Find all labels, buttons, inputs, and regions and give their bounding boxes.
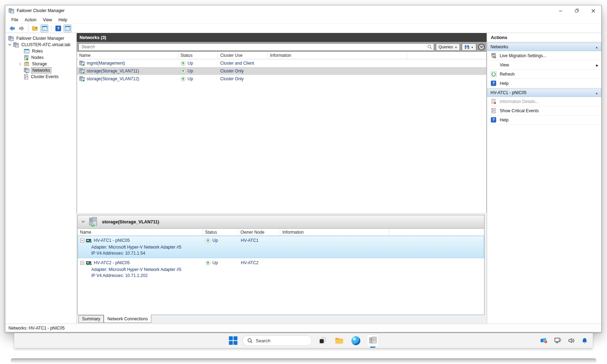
save-query-split-button[interactable] (462, 43, 476, 51)
tree-cluster-node[interactable]: CLUSTER-ATC.virtual.lab (5, 42, 76, 48)
sidebar-item-label: Nodes (30, 55, 45, 60)
nodes-icon (24, 55, 29, 60)
show-hide-action-pane-button[interactable] (64, 25, 71, 32)
file-explorer-button[interactable] (333, 335, 345, 347)
action-label: Help (500, 81, 598, 86)
edge-button[interactable] (350, 335, 362, 347)
collapse-detail-button[interactable] (81, 221, 85, 223)
help-button[interactable] (54, 25, 62, 32)
task-view-button[interactable] (316, 335, 329, 347)
taskbar-center: Search (228, 333, 379, 348)
start-button[interactable] (228, 336, 238, 345)
column-header-information[interactable]: Information (268, 52, 407, 59)
search-icon[interactable] (427, 44, 432, 49)
forward-button[interactable] (17, 25, 25, 32)
minimize-button[interactable] (552, 5, 569, 16)
action-help-networks[interactable]: Help (487, 79, 601, 88)
show-hide-console-tree-button[interactable] (40, 25, 48, 32)
menu-action[interactable]: Action (21, 17, 39, 23)
status-up-icon (205, 238, 211, 243)
tray-volume-icon[interactable] (568, 337, 575, 344)
nic-icon (86, 238, 92, 243)
column-header-owner-node[interactable]: Owner Node (238, 229, 280, 235)
connection-row-hv-atc1[interactable]: HV-ATC1 - pNIC05 Up HV-ATC1 Adapter: Mic… (78, 236, 484, 258)
cluster-events-icon (24, 74, 28, 80)
network-row-storage-vlan711[interactable]: storage(Storage_VLAN711) Up Cluster Only (77, 67, 486, 75)
window-controls (552, 5, 601, 16)
help-icon (55, 26, 61, 31)
detail-pane: storage(Storage_VLAN711) Name Status Own… (77, 215, 484, 315)
connection-name: HV-ATC1 - pNIC05 (94, 238, 130, 243)
tree-root[interactable]: Failover Cluster Manager (5, 35, 76, 42)
sidebar-item-label: Storage (31, 61, 48, 67)
tray-cluster-status-icon[interactable] (540, 337, 548, 344)
action-pane-icon (65, 26, 70, 31)
action-help-connection[interactable]: Help (487, 115, 601, 125)
tray-ethernet-icon[interactable] (554, 337, 562, 344)
network-row-mgmt[interactable]: mgmt(Management) Up Cluster and Client (77, 59, 486, 67)
actions-title: Actions (487, 33, 601, 42)
queries-dropdown[interactable]: Queries (436, 43, 460, 51)
app-icon (9, 8, 14, 13)
actions-section-networks[interactable]: Networks (487, 43, 601, 51)
actions-section-hv-atc1-pnic05[interactable]: HV-ATC1 - pNIC05 (487, 88, 601, 97)
results-pane-title: Networks (3) (80, 35, 106, 40)
taskbar-search[interactable]: Search (242, 335, 312, 346)
close-button[interactable] (585, 5, 601, 16)
menu-view[interactable]: View (40, 17, 55, 23)
column-header-status[interactable]: Status (178, 52, 218, 59)
sidebar-item-roles[interactable]: Roles (5, 48, 76, 54)
folder-up-icon (32, 26, 38, 31)
column-header-name[interactable]: Name (77, 52, 178, 59)
chevron-collapsed-icon[interactable] (18, 63, 22, 66)
failover-cluster-manager-button[interactable] (367, 335, 379, 347)
action-view[interactable]: View (487, 60, 601, 70)
menu-bar: File Action View Help (5, 16, 601, 23)
action-refresh[interactable]: Refresh (487, 70, 601, 79)
task-view-icon (319, 337, 326, 344)
action-information-details[interactable]: Information Details... (487, 97, 601, 106)
critical-events-icon (491, 108, 497, 114)
sidebar-item-cluster-events[interactable]: Cluster Events (5, 74, 76, 80)
expand-collapse-button[interactable] (478, 44, 485, 50)
title-bar[interactable]: Failover Cluster Manager (5, 5, 601, 16)
chevron-expanded-icon[interactable] (7, 44, 12, 46)
networks-icon (24, 67, 29, 73)
status-text: Up (188, 76, 193, 81)
action-label: Information Details... (500, 99, 598, 104)
status-text: Up (212, 260, 218, 265)
collapse-row-icon[interactable] (80, 239, 84, 243)
taskbar: Search (14, 333, 593, 348)
detail-header: storage(Storage_VLAN711) (78, 215, 484, 229)
nic-icon (86, 260, 92, 266)
notifications-bell-icon[interactable] (581, 337, 588, 344)
back-button[interactable] (8, 25, 16, 32)
collapse-section-icon[interactable] (595, 90, 598, 95)
detail-tab-bar: Summary Network Connections (77, 315, 484, 324)
column-header-status[interactable]: Status (203, 229, 238, 235)
action-show-critical-events[interactable]: Show Critical Events (487, 106, 601, 115)
information-details-icon (491, 99, 497, 104)
help-icon (491, 117, 496, 123)
collapse-row-icon[interactable] (80, 261, 84, 265)
restore-button[interactable] (569, 5, 585, 16)
up-one-level-button[interactable] (31, 25, 39, 32)
submenu-arrow-icon (596, 63, 598, 67)
tab-summary[interactable]: Summary (78, 315, 104, 323)
sidebar-item-nodes[interactable]: Nodes (5, 54, 76, 61)
action-live-migration-settings[interactable]: Live Migration Settings... (487, 51, 601, 60)
network-row-storage-vlan712[interactable]: storage(Storage_VLAN712) Up Cluster Only (77, 75, 486, 83)
column-header-filler (389, 229, 484, 235)
tab-network-connections[interactable]: Network Connections (104, 315, 151, 323)
sidebar-item-networks[interactable]: Networks (5, 67, 76, 74)
column-header-name[interactable]: Name (78, 229, 203, 235)
column-header-information[interactable]: Information (280, 229, 389, 235)
menu-file[interactable]: File (8, 17, 21, 23)
search-input[interactable] (78, 43, 434, 51)
connection-row-hv-atc2[interactable]: HV-ATC2 - pNIC05 Up HV-ATC2 Adapter: Mic… (78, 258, 484, 281)
column-header-cluster-use[interactable]: Cluster Use (218, 52, 268, 59)
sidebar-item-storage[interactable]: Storage (5, 61, 76, 67)
detail-network-icon (88, 217, 98, 227)
collapse-section-icon[interactable] (595, 44, 598, 49)
menu-help[interactable]: Help (55, 17, 71, 23)
